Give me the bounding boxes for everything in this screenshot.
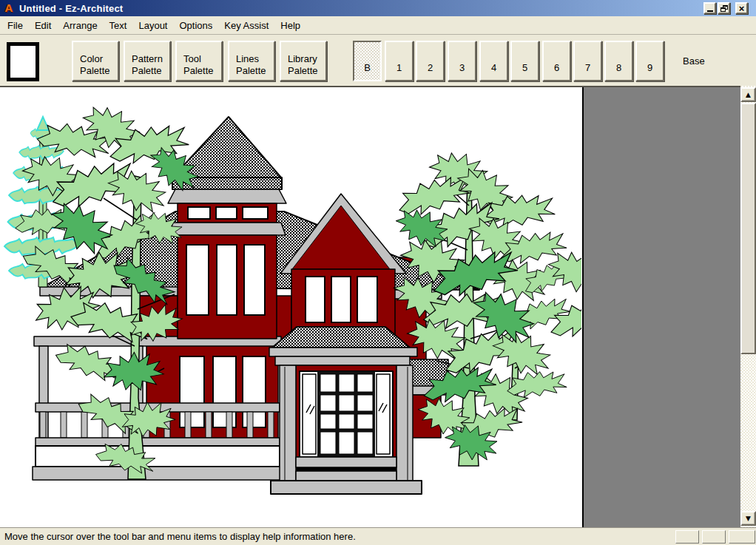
menu-arrange[interactable]: Arrange xyxy=(57,18,103,33)
layer-button-2[interactable]: 2 xyxy=(416,41,445,81)
menu-options[interactable]: Options xyxy=(174,18,219,33)
status-panel-2 xyxy=(702,530,726,544)
house-drawing xyxy=(0,87,581,527)
title-bar: A Untitled - Ez-Architect × xyxy=(0,0,756,16)
minimize-icon xyxy=(707,10,713,12)
restore-icon xyxy=(720,5,728,12)
pattern-palette-button[interactable]: Pattern Palette xyxy=(124,41,171,81)
drawing-canvas[interactable] xyxy=(0,86,740,527)
app-logo-icon: A xyxy=(3,2,15,14)
layer-button-4[interactable]: 4 xyxy=(479,41,508,81)
scroll-up-button[interactable]: ▲ xyxy=(740,87,756,102)
menu-text[interactable]: Text xyxy=(104,18,133,33)
window-title: Untitled - Ez-Architect xyxy=(19,3,123,14)
menu-key-assist[interactable]: Key Assist xyxy=(218,18,274,33)
bay-window xyxy=(269,348,422,494)
scroll-thumb[interactable] xyxy=(740,103,756,354)
layer-button-b[interactable]: B xyxy=(353,41,382,81)
layer-button-5[interactable]: 5 xyxy=(510,41,539,81)
library-palette-button[interactable]: Library Palette xyxy=(280,41,327,81)
scroll-down-button[interactable]: ▼ xyxy=(740,511,756,526)
menu-bar: File Edit Arrange Text Layout Options Ke… xyxy=(0,16,756,34)
status-panel-3 xyxy=(729,530,755,544)
lines-palette-button[interactable]: Lines Palette xyxy=(228,41,275,81)
menu-help[interactable]: Help xyxy=(274,18,306,33)
layer-button-6[interactable]: 6 xyxy=(542,41,571,81)
layer-button-7[interactable]: 7 xyxy=(573,41,602,81)
tower xyxy=(168,117,286,339)
layer-button-8[interactable]: 8 xyxy=(604,41,633,81)
base-layer-label: Base xyxy=(683,55,705,67)
layer-button-1[interactable]: 1 xyxy=(385,41,414,81)
status-bar: Move the cursor over the tool bar and me… xyxy=(0,527,756,545)
menu-layout[interactable]: Layout xyxy=(132,18,173,33)
menu-file[interactable]: File xyxy=(1,18,29,33)
vertical-scrollbar[interactable]: ▲ ▼ xyxy=(740,86,756,527)
layer-button-3[interactable]: 3 xyxy=(448,41,476,81)
layer-button-9[interactable]: 9 xyxy=(635,41,664,81)
minimize-button[interactable] xyxy=(703,2,716,14)
restore-button[interactable] xyxy=(718,2,730,14)
close-button[interactable]: × xyxy=(735,2,748,14)
page-backdrop xyxy=(582,87,740,527)
toolbar: Color Palette Pattern Palette Tool Palet… xyxy=(0,34,756,86)
color-palette-button[interactable]: Color Palette xyxy=(72,41,119,81)
tool-palette-button[interactable]: Tool Palette xyxy=(175,41,223,81)
status-help-text: Move the cursor over the tool bar and me… xyxy=(4,531,356,542)
current-color-swatch[interactable] xyxy=(7,42,39,81)
status-panel-1 xyxy=(675,530,699,544)
menu-edit[interactable]: Edit xyxy=(29,18,57,33)
